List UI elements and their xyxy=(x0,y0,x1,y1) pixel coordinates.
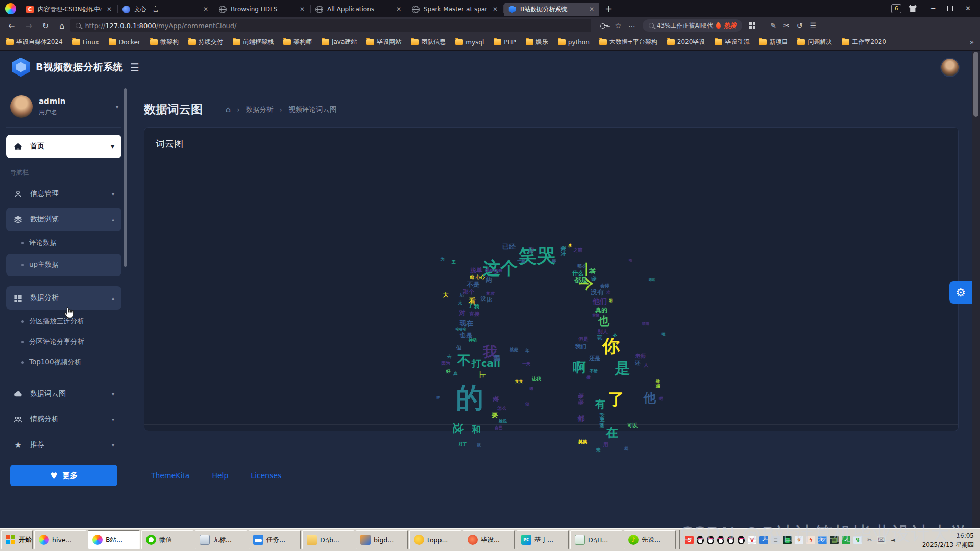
tab-close-icon[interactable]: ✕ xyxy=(492,6,499,13)
forward-button[interactable]: → xyxy=(21,21,36,31)
bookmark-star-icon[interactable]: ☆ xyxy=(615,21,621,30)
fox-icon[interactable]: ϟ xyxy=(806,536,815,544)
bookmark-item[interactable]: 架构师 xyxy=(283,38,312,46)
password-key-icon[interactable] xyxy=(600,23,607,28)
breadcrumb-item[interactable]: 视频评论词云图 xyxy=(288,105,337,114)
screenshot-scissors-icon[interactable]: ✂ xyxy=(783,21,790,30)
breadcrumb-home-icon[interactable]: ⌂ xyxy=(226,105,231,114)
sidebar-item[interactable]: 情感分析▾ xyxy=(6,408,121,431)
taskbar-button[interactable]: D:\b... xyxy=(302,530,354,549)
close-window-button[interactable]: ✕ xyxy=(959,5,977,12)
bookmark-item[interactable]: PHP xyxy=(494,39,516,46)
browser-tab[interactable]: B站数据分析系统✕ xyxy=(504,3,599,16)
qq-penguin-icon[interactable] xyxy=(717,536,724,544)
browser-tab[interactable]: Spark Master at spark://bi✕ xyxy=(408,3,503,16)
bookmark-item[interactable]: 持续交付 xyxy=(188,38,223,46)
settings-gear-button[interactable]: ⚙ xyxy=(949,281,972,304)
minimize-button[interactable]: ─ xyxy=(925,5,941,12)
history-undo-icon[interactable]: ↺ xyxy=(797,21,803,30)
qq-penguin-icon[interactable] xyxy=(697,536,704,544)
bookmarks-overflow-icon[interactable]: » xyxy=(970,38,974,46)
hot-search-widget[interactable]: 43%工作正被AI取代 热搜 xyxy=(643,19,742,32)
taskbar-button[interactable]: PC基于... xyxy=(517,530,569,549)
bookmark-item[interactable]: 前端框架栈 xyxy=(233,38,274,46)
sogou-icon[interactable]: S xyxy=(685,536,694,544)
tab-close-icon[interactable]: ✕ xyxy=(395,6,402,13)
bookmark-item[interactable]: 工作室2020 xyxy=(842,38,886,46)
bookmark-item[interactable]: 微架构 xyxy=(150,38,179,46)
clipboard-icon[interactable]: ≡ xyxy=(771,536,780,544)
menu-icon[interactable]: ☰ xyxy=(810,21,817,30)
taskbar-button[interactable]: 任务... xyxy=(249,530,301,549)
more-button[interactable]: ♥更多 xyxy=(10,465,117,486)
bookmark-item[interactable]: Docker xyxy=(109,39,140,46)
taskbar-button[interactable]: 毕设... xyxy=(463,530,515,549)
browser-tab[interactable]: Browsing HDFS✕ xyxy=(215,3,310,16)
bookmark-item[interactable]: 2020毕设 xyxy=(667,38,705,46)
scrollbar-thumb[interactable] xyxy=(973,52,978,117)
browser-tab[interactable]: C内容管理-CSDN创作中心✕ xyxy=(22,3,117,16)
monitor-icon[interactable]: ⌧ xyxy=(877,536,886,544)
back-button[interactable]: ← xyxy=(4,21,19,31)
browser-scrollbar[interactable] xyxy=(972,51,980,528)
footer-link[interactable]: Licenses xyxy=(251,471,281,480)
tab-close-icon[interactable]: ✕ xyxy=(106,6,113,13)
sidebar-item[interactable]: 数据浏览▴ xyxy=(6,208,121,231)
screen-green-icon[interactable]: ▦ xyxy=(783,536,792,544)
shield-blue-icon[interactable]: ✓ xyxy=(760,536,768,544)
tab-count-badge[interactable]: 6 xyxy=(891,4,901,13)
sidebar-scrollbar[interactable] xyxy=(124,88,127,267)
sidebar-item[interactable]: ★推荐▾ xyxy=(6,433,121,457)
start-button[interactable]: 开始 xyxy=(1,530,33,549)
breadcrumb-item[interactable]: 数据分析 xyxy=(246,105,274,114)
collect-pen-icon[interactable]: ✎ xyxy=(770,21,776,30)
theme-shirt-icon[interactable] xyxy=(909,5,917,12)
bookmark-item[interactable]: 新项目 xyxy=(759,38,788,46)
reload-button[interactable]: ↻ xyxy=(38,21,53,31)
sidebar-item[interactable]: 信息管理▾ xyxy=(6,182,121,206)
browser-tab[interactable]: 文心一言✕ xyxy=(118,3,213,16)
bookmark-item[interactable]: 毕设引流 xyxy=(715,38,749,46)
shield-green-icon[interactable]: ✓ xyxy=(842,536,850,544)
new-tab-button[interactable]: + xyxy=(600,3,618,14)
home-button[interactable]: ⌂ xyxy=(55,21,68,31)
taskbar-button[interactable]: ♪先说... xyxy=(624,530,676,549)
footer-link[interactable]: ThemeKita xyxy=(151,471,189,480)
bookmark-item[interactable]: Java建站 xyxy=(322,38,357,46)
bookmark-item[interactable]: 毕设网站 xyxy=(366,38,401,46)
bookmark-item[interactable]: 大数据+平台架构 xyxy=(599,38,657,46)
more-tools-icon[interactable]: ⋯ xyxy=(628,21,635,30)
footer-link[interactable]: Help xyxy=(212,471,228,480)
sidebar-subitem[interactable]: 分区评论分享分析 xyxy=(6,332,121,352)
sidebar-subitem[interactable]: 评论数据 xyxy=(6,233,121,253)
taskbar-button[interactable]: hive... xyxy=(34,530,86,549)
bookmark-item[interactable]: 娱乐 xyxy=(526,38,548,46)
taskbar-button[interactable]: 无标... xyxy=(195,530,247,549)
taskbar-button[interactable]: D:\H... xyxy=(570,530,622,549)
header-avatar[interactable] xyxy=(940,58,960,77)
taskbar-button[interactable]: 微信 xyxy=(141,530,193,549)
tab-close-icon[interactable]: ✕ xyxy=(202,6,209,13)
qq-penguin-icon[interactable] xyxy=(738,536,745,544)
maximize-button[interactable] xyxy=(947,6,953,11)
tab-close-icon[interactable]: ✕ xyxy=(299,6,306,13)
card-dark-icon[interactable]: ▤ xyxy=(830,536,839,544)
apps-grid-icon[interactable] xyxy=(749,22,755,29)
taskbar-clock[interactable]: 16:052025/2/13 星期四 xyxy=(919,530,979,549)
bookmark-item[interactable]: 团队信息 xyxy=(411,38,446,46)
url-bar[interactable]: http://127.0.0.1:8000/myApp/commentCloud… xyxy=(70,19,591,32)
user-block[interactable]: admin 用户名 ▾ xyxy=(6,91,121,128)
sidebar-subitem[interactable]: Top100视频分析 xyxy=(6,353,121,372)
sidebar-subitem[interactable]: up主数据 xyxy=(6,254,121,276)
plug-green-icon[interactable]: ↯ xyxy=(853,536,862,544)
sidebar-toggle-icon[interactable]: ☰ xyxy=(130,61,139,73)
sidebar-item[interactable]: 数据词云图▾ xyxy=(6,382,121,406)
speaker-icon[interactable]: ◄ xyxy=(889,536,897,544)
firefox-logo-icon[interactable] xyxy=(5,3,16,14)
sidebar-item-home[interactable]: 首页▾ xyxy=(6,135,121,158)
tab-close-icon[interactable]: ✕ xyxy=(588,6,595,13)
qq-penguin-icon[interactable] xyxy=(727,536,734,544)
bookmark-item[interactable]: 毕设自媒体2024 xyxy=(6,38,63,46)
scissors-icon[interactable]: ✂ xyxy=(865,536,874,544)
bookmark-item[interactable]: 问题解决 xyxy=(797,38,832,46)
